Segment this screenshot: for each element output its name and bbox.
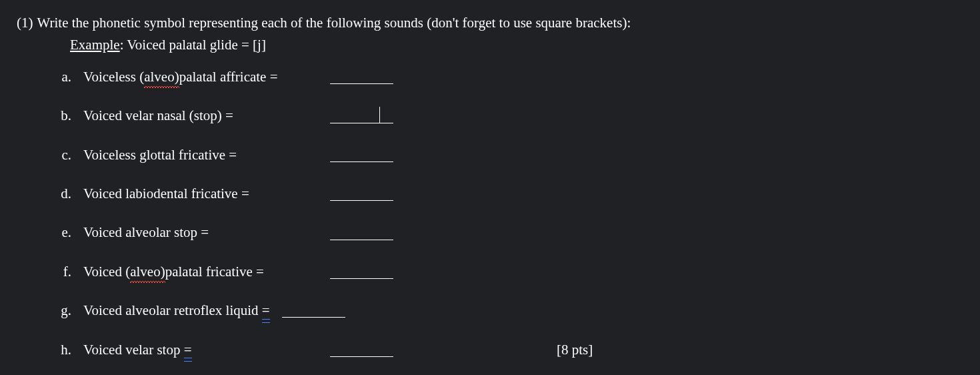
item-h: h. Voiced velar stop = [8 pts]: [17, 340, 963, 360]
item-letter-d: d.: [51, 184, 71, 204]
example-text: : Voiced palatal glide = [j]: [120, 37, 266, 53]
spellcheck-underline: alveo): [130, 262, 165, 282]
item-text-g: Voiced alveolar retroflex liquid =: [83, 301, 270, 320]
answer-blank-e[interactable]: [330, 227, 393, 240]
item-b: b. Voiced velar nasal (stop) =: [17, 106, 963, 125]
item-text-a: Voiceless (alveo)palatal affricate =: [83, 67, 278, 87]
answer-blank-b[interactable]: [330, 110, 393, 123]
answer-blank-h[interactable]: [330, 344, 393, 357]
question-header: (1) Write the phonetic symbol representi…: [17, 13, 963, 33]
answer-blank-a[interactable]: [330, 71, 393, 84]
question-number: (1): [17, 13, 33, 33]
example-row: Example: Voiced palatal glide = [j]: [70, 35, 963, 55]
item-a: a. Voiceless (alveo)palatal affricate =: [17, 67, 963, 87]
answer-blank-c[interactable]: [330, 149, 393, 162]
item-letter-f: f.: [51, 262, 71, 282]
points-label: [8 pts]: [557, 340, 593, 360]
item-text-d: Voiced labiodental fricative =: [83, 184, 249, 204]
grammar-underline: =: [262, 301, 270, 320]
answer-blank-d[interactable]: [330, 188, 393, 201]
item-letter-b: b.: [51, 106, 71, 125]
item-text-c: Voiceless glottal fricative =: [83, 145, 237, 165]
item-text-e: Voiced alveolar stop =: [83, 223, 209, 242]
item-text-b: Voiced velar nasal (stop) =: [83, 106, 233, 125]
item-letter-a: a.: [51, 67, 71, 87]
answer-blank-f[interactable]: [330, 266, 393, 279]
item-letter-e: e.: [51, 223, 71, 242]
item-c: c. Voiceless glottal fricative =: [17, 145, 963, 165]
item-text-f: Voiced (alveo)palatal fricative =: [83, 262, 264, 282]
item-letter-c: c.: [51, 145, 71, 165]
grammar-underline: =: [184, 340, 192, 360]
item-e: e. Voiced alveolar stop =: [17, 223, 963, 242]
item-d: d. Voiced labiodental fricative =: [17, 184, 963, 204]
question-text: Write the phonetic symbol representing e…: [37, 13, 631, 33]
answer-blank-g[interactable]: [282, 304, 345, 318]
item-letter-g: g.: [51, 301, 71, 320]
item-f: f. Voiced (alveo)palatal fricative =: [17, 262, 963, 282]
item-g: g. Voiced alveolar retroflex liquid =: [17, 301, 963, 320]
item-text-h: Voiced velar stop =: [83, 340, 192, 360]
example-label: Example: [70, 37, 120, 53]
spellcheck-underline: alveo): [144, 67, 179, 87]
item-letter-h: h.: [51, 340, 71, 360]
